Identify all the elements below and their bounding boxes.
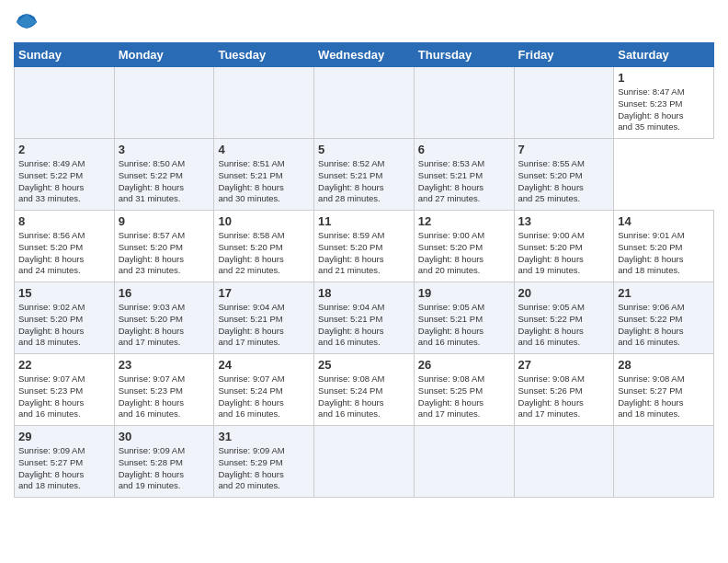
sunrise-text: Sunrise: 9:05 AM (418, 302, 510, 314)
sunrise-text: Sunrise: 9:08 AM (618, 373, 710, 385)
daylight-text-1: Daylight: 8 hours (119, 182, 210, 194)
daylight-text-1: Daylight: 8 hours (318, 254, 410, 266)
table-cell: 17Sunrise: 9:04 AMSunset: 5:21 PMDayligh… (214, 282, 314, 354)
table-row: 22Sunrise: 9:07 AMSunset: 5:23 PMDayligh… (15, 354, 714, 426)
table-cell: 26Sunrise: 9:08 AMSunset: 5:25 PMDayligh… (414, 354, 514, 426)
table-cell (614, 426, 714, 498)
table-cell (114, 67, 214, 139)
page-container: Sunday Monday Tuesday Wednesday Thursday… (0, 0, 728, 507)
table-cell: 6Sunrise: 8:53 AMSunset: 5:21 PMDaylight… (414, 139, 514, 211)
sunset-text: Sunset: 5:23 PM (618, 98, 710, 110)
daylight-text-2: and 16 minutes. (119, 408, 210, 420)
daylight-text-2: and 18 minutes. (18, 337, 110, 349)
day-number: 4 (218, 143, 310, 156)
daylight-text-1: Daylight: 8 hours (318, 326, 410, 338)
day-number: 17 (218, 286, 310, 300)
sunrise-text: Sunrise: 9:09 AM (18, 445, 110, 457)
table-cell (514, 67, 614, 139)
table-row: 15Sunrise: 9:02 AMSunset: 5:20 PMDayligh… (15, 282, 714, 354)
sunrise-text: Sunrise: 8:57 AM (119, 230, 210, 242)
daylight-text-1: Daylight: 8 hours (518, 397, 610, 409)
table-cell (414, 67, 514, 139)
daylight-text-1: Daylight: 8 hours (618, 110, 710, 122)
table-cell: 29Sunrise: 9:09 AMSunset: 5:27 PMDayligh… (15, 426, 115, 498)
sunset-text: Sunset: 5:20 PM (618, 242, 710, 254)
sunset-text: Sunset: 5:28 PM (119, 457, 210, 469)
sunset-text: Sunset: 5:23 PM (119, 385, 210, 397)
daylight-text-1: Daylight: 8 hours (418, 397, 510, 409)
table-row: 1Sunrise: 8:47 AMSunset: 5:23 PMDaylight… (15, 67, 714, 139)
day-number: 7 (518, 143, 610, 156)
table-cell: 21Sunrise: 9:06 AMSunset: 5:22 PMDayligh… (614, 282, 714, 354)
daylight-text-2: and 16 minutes. (18, 408, 110, 420)
sunset-text: Sunset: 5:21 PM (218, 170, 310, 182)
sunrise-text: Sunrise: 8:59 AM (318, 230, 410, 242)
table-cell: 11Sunrise: 8:59 AMSunset: 5:20 PMDayligh… (314, 211, 415, 282)
table-cell: 2Sunrise: 8:49 AMSunset: 5:22 PMDaylight… (15, 139, 115, 211)
sunrise-text: Sunrise: 8:55 AM (518, 158, 610, 170)
day-number: 5 (318, 143, 410, 156)
logo-icon (14, 9, 40, 35)
sunset-text: Sunset: 5:27 PM (618, 385, 710, 397)
daylight-text-2: and 25 minutes. (518, 193, 610, 205)
sunrise-text: Sunrise: 9:00 AM (418, 230, 510, 242)
daylight-text-2: and 20 minutes. (218, 480, 310, 492)
table-cell: 24Sunrise: 9:07 AMSunset: 5:24 PMDayligh… (214, 354, 314, 426)
daylight-text-2: and 21 minutes. (318, 265, 410, 277)
sunrise-text: Sunrise: 9:02 AM (18, 302, 110, 314)
day-number: 24 (218, 358, 310, 372)
sunrise-text: Sunrise: 9:01 AM (618, 230, 710, 242)
daylight-text-2: and 31 minutes. (119, 193, 210, 205)
day-number: 8 (18, 214, 110, 228)
day-number: 14 (618, 214, 710, 228)
table-cell: 8Sunrise: 8:56 AMSunset: 5:20 PMDaylight… (15, 211, 115, 282)
table-cell: 9Sunrise: 8:57 AMSunset: 5:20 PMDaylight… (114, 211, 214, 282)
daylight-text-1: Daylight: 8 hours (18, 326, 110, 338)
sunset-text: Sunset: 5:23 PM (18, 385, 110, 397)
sunrise-text: Sunrise: 9:08 AM (518, 373, 610, 385)
sunset-text: Sunset: 5:20 PM (18, 314, 110, 326)
day-number: 29 (18, 430, 110, 443)
table-cell: 30Sunrise: 9:09 AMSunset: 5:28 PMDayligh… (114, 426, 214, 498)
sunset-text: Sunset: 5:21 PM (418, 314, 510, 326)
sunset-text: Sunset: 5:20 PM (318, 242, 410, 254)
daylight-text-2: and 18 minutes. (18, 480, 110, 492)
daylight-text-1: Daylight: 8 hours (18, 254, 110, 266)
daylight-text-2: and 35 minutes. (618, 121, 710, 133)
sunrise-text: Sunrise: 9:04 AM (218, 302, 310, 314)
table-cell: 18Sunrise: 9:04 AMSunset: 5:21 PMDayligh… (314, 282, 415, 354)
table-cell: 15Sunrise: 9:02 AMSunset: 5:20 PMDayligh… (15, 282, 115, 354)
day-number: 31 (218, 430, 310, 443)
daylight-text-2: and 30 minutes. (218, 193, 310, 205)
col-saturday: Saturday (614, 43, 714, 67)
table-cell (314, 426, 415, 498)
day-number: 18 (318, 286, 410, 300)
daylight-text-1: Daylight: 8 hours (18, 182, 110, 194)
daylight-text-2: and 17 minutes. (518, 408, 610, 420)
sunset-text: Sunset: 5:27 PM (18, 457, 110, 469)
table-cell: 13Sunrise: 9:00 AMSunset: 5:20 PMDayligh… (514, 211, 614, 282)
daylight-text-1: Daylight: 8 hours (119, 254, 210, 266)
sunset-text: Sunset: 5:20 PM (518, 170, 610, 182)
sunset-text: Sunset: 5:24 PM (318, 385, 410, 397)
table-cell: 31Sunrise: 9:09 AMSunset: 5:29 PMDayligh… (214, 426, 314, 498)
sunrise-text: Sunrise: 8:47 AM (618, 86, 710, 98)
sunrise-text: Sunrise: 9:05 AM (518, 302, 610, 314)
daylight-text-1: Daylight: 8 hours (218, 254, 310, 266)
daylight-text-1: Daylight: 8 hours (618, 254, 710, 266)
day-number: 9 (119, 214, 210, 228)
daylight-text-1: Daylight: 8 hours (119, 469, 210, 481)
daylight-text-1: Daylight: 8 hours (618, 326, 710, 338)
sunset-text: Sunset: 5:20 PM (218, 242, 310, 254)
header-row: Sunday Monday Tuesday Wednesday Thursday… (15, 43, 714, 67)
day-number: 11 (318, 214, 410, 228)
sunset-text: Sunset: 5:22 PM (618, 314, 710, 326)
sunset-text: Sunset: 5:22 PM (119, 170, 210, 182)
daylight-text-1: Daylight: 8 hours (618, 397, 710, 409)
table-cell: 1Sunrise: 8:47 AMSunset: 5:23 PMDaylight… (614, 67, 714, 139)
day-number: 30 (119, 430, 210, 443)
sunrise-text: Sunrise: 9:08 AM (418, 373, 510, 385)
day-number: 23 (119, 358, 210, 372)
sunset-text: Sunset: 5:21 PM (218, 314, 310, 326)
daylight-text-2: and 16 minutes. (318, 408, 410, 420)
